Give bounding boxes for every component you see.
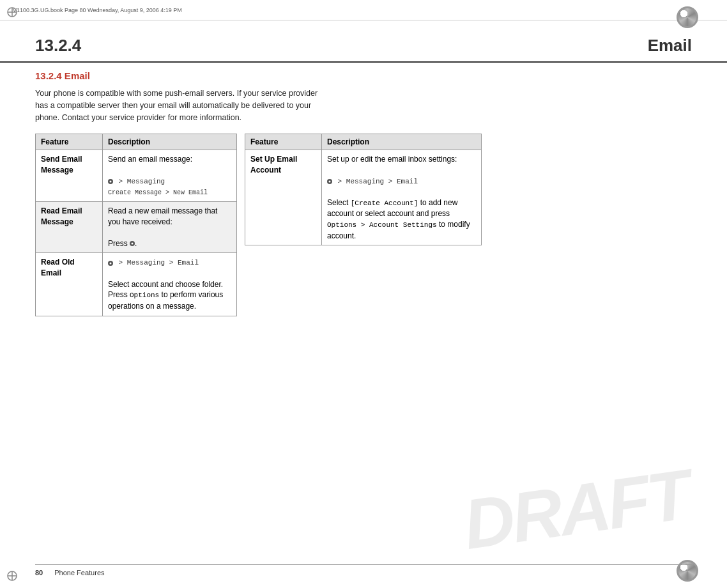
feature-cell-send: Send EmailMessage: [36, 150, 103, 202]
table-row: Send EmailMessage Send an email message:…: [36, 150, 237, 202]
section-heading: 13.2.4 Email: [35, 70, 692, 81]
menu-item-messaging-email: > Messaging > Email: [108, 259, 199, 267]
corner-decoration-bl: [6, 570, 18, 582]
table-row: Read EmailMessage Read a new email messa…: [36, 202, 237, 253]
right-table-header-feature: Feature: [245, 134, 322, 150]
menu-item-setup-messaging: > Messaging > Email: [327, 178, 418, 185]
footer-page-number: 80: [35, 569, 43, 576]
desc-cell-setup: Set up or edit the email inbox settings:…: [322, 150, 482, 245]
menu-item-create: Create Message > New Email: [108, 189, 208, 196]
intro-paragraph: Your phone is compatible with some push-…: [35, 88, 319, 123]
corner-decoration-tl: [6, 6, 18, 18]
left-table-header-desc: Description: [103, 134, 237, 150]
table-row: Set Up EmailAccount Set up or edit the e…: [245, 150, 482, 245]
feature-cell-read: Read EmailMessage: [36, 202, 103, 253]
chapter-number: 13.2.4: [35, 36, 81, 56]
menu-item-messaging: > Messaging: [108, 178, 165, 185]
desc-cell-read-old: > Messaging > Email Select account and c…: [103, 253, 237, 316]
right-table-header-desc: Description: [322, 134, 482, 150]
right-feature-table: Feature Description Set Up EmailAccount …: [245, 134, 482, 245]
main-content: 13.2.4 Email Your phone is compatible wi…: [35, 70, 692, 550]
chapter-bar: 13.2.4 Email: [0, 29, 727, 63]
top-bar: V1100.3G.UG.book Page 80 Wednesday, Augu…: [0, 0, 727, 20]
desc-cell-send: Send an email message: > Messaging Creat…: [103, 150, 237, 202]
chapter-title: Email: [648, 36, 692, 56]
corner-decoration-tr: [677, 6, 698, 28]
tables-container: Feature Description Send EmailMessage Se…: [35, 134, 692, 316]
left-feature-table: Feature Description Send EmailMessage Se…: [35, 134, 237, 316]
left-table-header-feature: Feature: [36, 134, 103, 150]
desc-cell-read: Read a new email message that you have r…: [103, 202, 237, 253]
table-row: Read Old Email > Messaging > Email Selec…: [36, 253, 237, 316]
footer-section-label: Phone Features: [54, 569, 104, 576]
top-bar-text: V1100.3G.UG.book Page 80 Wednesday, Augu…: [13, 7, 182, 13]
page-footer: 80 Phone Features: [35, 564, 692, 576]
feature-cell-read-old: Read Old Email: [36, 253, 103, 316]
feature-cell-setup: Set Up EmailAccount: [245, 150, 322, 245]
